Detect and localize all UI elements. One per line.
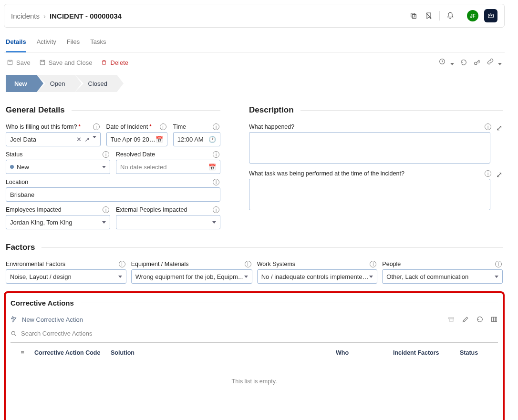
chevron-down-icon[interactable] (495, 276, 498, 278)
stage-new[interactable]: New (6, 75, 37, 92)
filler-label: Who is filling out this form?* (6, 123, 101, 130)
info-icon[interactable]: i (213, 123, 219, 130)
what-happened-textarea[interactable] (249, 132, 490, 164)
date-label: Date of Incident* (106, 123, 167, 130)
svg-point-11 (474, 62, 477, 64)
copy-icon[interactable] (409, 11, 418, 20)
new-corrective-action-button[interactable]: New Corrective Action (10, 314, 83, 325)
chevron-down-icon[interactable] (102, 166, 106, 168)
key-icon[interactable] (473, 59, 481, 66)
resolved-input[interactable]: No date selected 📅 (116, 160, 220, 174)
edit-icon[interactable] (462, 316, 469, 323)
col-factors[interactable]: Incident Factors (393, 349, 460, 356)
expand-icon[interactable]: ⤢ (496, 123, 503, 130)
chevron-down-icon[interactable] (118, 276, 122, 278)
ext-impacted-label: External Peoples Impacted (116, 206, 220, 213)
chevron-down-icon[interactable] (102, 221, 106, 224)
open-icon[interactable]: ↗ (84, 136, 90, 143)
equip-select[interactable]: Wrong equipment for the job, Equipm… (131, 269, 252, 284)
status-select[interactable]: New (6, 160, 110, 174)
info-icon[interactable]: i (93, 123, 100, 130)
toolbar: Save Save and Close Delete (4, 53, 505, 72)
info-icon[interactable]: i (213, 206, 219, 213)
tab-details[interactable]: Details (6, 32, 26, 52)
refresh-icon[interactable] (460, 59, 467, 66)
bookmark-off-icon[interactable] (424, 11, 434, 20)
location-input[interactable]: Brisbane (6, 187, 220, 202)
description-title: Description (249, 105, 503, 115)
ext-impacted-select[interactable] (116, 215, 220, 229)
svg-line-18 (15, 334, 16, 336)
info-icon[interactable]: i (245, 261, 251, 267)
calendar-icon[interactable]: 📅 (208, 164, 216, 171)
tab-tasks[interactable]: Tasks (90, 32, 106, 52)
header-bar: Incidents › INCIDENT - 00000034 JF (4, 4, 505, 28)
clock-icon[interactable]: 🕐 (208, 136, 216, 143)
svg-point-4 (489, 15, 490, 16)
save-close-label: Save and Close (49, 59, 93, 66)
columns-icon[interactable] (490, 316, 498, 323)
emp-impacted-select[interactable]: Jordan King, Tom King (6, 215, 110, 229)
info-icon[interactable]: i (485, 170, 491, 177)
search-corrective-actions[interactable]: Search Corrective Actions (10, 325, 498, 343)
work-label: Work Systems (257, 261, 378, 267)
bell-icon[interactable] (445, 11, 455, 20)
people-select[interactable]: Other, Lack of communication (382, 269, 503, 284)
divider (461, 11, 461, 20)
date-input[interactable]: Tue Apr 09 20… 📅 (106, 132, 167, 146)
col-who[interactable]: Who (336, 349, 393, 356)
divider (439, 11, 440, 20)
info-icon[interactable]: i (495, 261, 502, 267)
menu-icon[interactable]: ≡ (10, 349, 34, 356)
tab-files[interactable]: Files (67, 32, 80, 52)
env-select[interactable]: Noise, Layout / design (6, 269, 126, 284)
status-progress: New Open Closed (6, 75, 503, 92)
breadcrumb-root[interactable]: Incidents (11, 12, 40, 20)
page-title: INCIDENT - 00000034 (50, 12, 122, 20)
chatbot-button[interactable] (484, 9, 497, 22)
info-icon[interactable]: i (213, 179, 219, 185)
svg-rect-8 (40, 60, 44, 64)
link-icon[interactable] (487, 58, 502, 67)
task-performed-textarea[interactable] (249, 179, 490, 210)
col-status[interactable]: Status (460, 349, 498, 356)
history-icon[interactable] (438, 58, 454, 67)
svg-point-17 (11, 331, 15, 335)
info-icon[interactable]: i (485, 123, 491, 130)
info-icon[interactable]: i (103, 206, 109, 213)
save-close-button[interactable]: Save and Close (39, 59, 93, 66)
emp-impacted-label: Employees Impacted (6, 206, 110, 213)
status-label: Status (6, 151, 110, 158)
status-dot-icon (10, 165, 14, 169)
info-icon[interactable]: i (103, 151, 109, 158)
calendar-icon[interactable]: 📅 (155, 136, 163, 143)
what-happened-label: What happened? (249, 123, 490, 130)
filler-input[interactable]: Joel Data ✕ ↗ (6, 132, 101, 146)
col-code[interactable]: Corrective Action Code (34, 349, 111, 356)
archive-icon[interactable] (447, 316, 455, 323)
delete-button[interactable]: Delete (101, 59, 128, 66)
info-icon[interactable]: i (213, 151, 219, 158)
save-button[interactable]: Save (7, 59, 31, 66)
expand-icon[interactable]: ⤢ (496, 170, 503, 177)
chevron-down-icon[interactable] (244, 276, 248, 278)
info-icon[interactable]: i (160, 123, 166, 130)
ca-table-header: ≡ Corrective Action Code Solution Who In… (10, 343, 498, 361)
avatar[interactable]: JF (467, 10, 478, 21)
general-details-title: General Details (6, 105, 220, 115)
chevron-down-icon[interactable] (369, 276, 373, 278)
svg-rect-1 (411, 13, 415, 17)
col-solution[interactable]: Solution (111, 349, 336, 356)
info-icon[interactable]: i (119, 261, 125, 267)
refresh-icon[interactable] (476, 316, 484, 323)
tabs: Details Activity Files Tasks (4, 32, 505, 53)
svg-rect-15 (494, 317, 495, 321)
clear-icon[interactable]: ✕ (76, 136, 82, 143)
chevron-down-icon[interactable] (212, 221, 216, 224)
chevron-down-icon[interactable] (93, 136, 96, 138)
equip-label: Equipment / Materials (131, 261, 252, 267)
time-input[interactable]: 12:00 AM 🕐 (173, 132, 220, 146)
tab-activity[interactable]: Activity (37, 32, 56, 52)
resolved-label: Resolved Date (116, 151, 220, 158)
work-select[interactable]: No / inadequate controls implemente… (257, 269, 378, 284)
